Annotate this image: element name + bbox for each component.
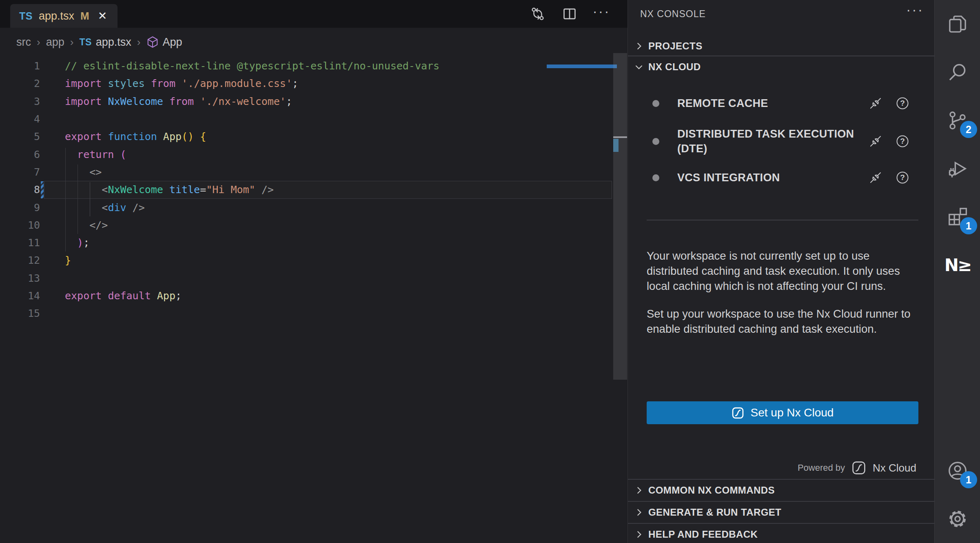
line-number[interactable]: 5 (0, 131, 40, 142)
code-text: return ( (65, 149, 126, 160)
section-nx-cloud[interactable]: NX CLOUD (628, 56, 934, 78)
connect-icon[interactable] (868, 170, 883, 185)
line-number[interactable]: 8 (0, 184, 40, 196)
breadcrumb-item-app-tsx[interactable]: TSapp.tsx (79, 36, 131, 49)
activity-explorer-icon[interactable] (935, 0, 980, 48)
line-number[interactable]: 9 (0, 202, 40, 214)
help-icon[interactable]: ? (895, 96, 910, 111)
nx-console-panel: NX CONSOLE ··· PROJECTS NX CLOUD REMOTE … (627, 0, 934, 543)
tab-app-tsx[interactable]: TS app.tsx M ✕ (10, 4, 118, 28)
code-line[interactable]: 5export function App() { (0, 128, 547, 145)
nx-cloud-logo-icon (851, 461, 866, 475)
split-editor-icon[interactable] (560, 4, 579, 24)
line-number[interactable]: 10 (0, 219, 40, 231)
git-modified-badge: M (80, 10, 89, 22)
chevron-right-icon (634, 41, 644, 51)
setup-nx-cloud-button[interactable]: Set up Nx Cloud (647, 401, 918, 424)
help-icon[interactable]: ? (895, 170, 910, 185)
connect-icon[interactable] (868, 134, 883, 149)
code-line[interactable]: 3import NxWelcome from './nx-welcome'; (0, 93, 547, 110)
line-number[interactable]: 4 (0, 113, 40, 125)
minimap-line (550, 76, 614, 78)
code-line[interactable]: 8 <NxWelcome title="Hi Mom" /> (0, 181, 547, 198)
panel-more-actions-icon[interactable]: ··· (906, 2, 924, 18)
line-number[interactable]: 13 (0, 272, 40, 284)
activity-account-icon[interactable]: 1 (935, 447, 980, 495)
code-text: </> (65, 219, 108, 231)
section-generate-run-target[interactable]: GENERATE & RUN TARGET (628, 501, 934, 523)
panel-title: NX CONSOLE (640, 9, 706, 20)
feature-label: DISTRIBUTED TASK EXECUTION (DTE) (677, 127, 866, 156)
editor-area: TS app.tsx M ✕ ··· src›app›TSap (0, 0, 627, 543)
description-paragraph: Set up your workspace to use the Nx Clou… (647, 306, 919, 336)
section-label: GENERATE & RUN TARGET (648, 507, 781, 518)
code-editor[interactable]: 1// eslint-disable-next-line @typescript… (0, 57, 547, 322)
line-number[interactable]: 12 (0, 254, 40, 266)
line-number[interactable]: 7 (0, 166, 40, 178)
more-actions-icon[interactable]: ··· (592, 4, 611, 24)
section-common-nx-commands[interactable]: COMMON NX COMMANDS (628, 479, 934, 501)
line-number[interactable]: 1 (0, 60, 40, 72)
status-dot (652, 100, 659, 107)
status-dot (652, 138, 659, 145)
breadcrumb: src›app›TSapp.tsx›App (16, 33, 182, 51)
code-line[interactable]: 1// eslint-disable-next-line @typescript… (0, 57, 547, 75)
code-line[interactable]: 14export default App; (0, 287, 547, 305)
activity-search-icon[interactable] (935, 48, 980, 96)
activity-nx-console-icon[interactable]: N≥ (935, 241, 980, 289)
code-line[interactable]: 9 <div /> (0, 198, 547, 216)
editor-scrollbar[interactable] (613, 53, 627, 380)
line-number[interactable]: 6 (0, 149, 40, 160)
activity-source-control-icon[interactable]: 2 (935, 96, 980, 145)
code-line[interactable]: 10 </> (0, 216, 547, 234)
breadcrumb-label: App (163, 36, 182, 49)
chevron-down-icon (634, 62, 644, 72)
section-help-and-feedback[interactable]: HELP AND FEEDBACK (628, 523, 934, 543)
code-line[interactable]: 6 return ( (0, 145, 547, 163)
connect-icon[interactable] (868, 96, 883, 111)
activity-run-debug-icon[interactable] (935, 145, 980, 193)
tab-label: app.tsx (39, 10, 74, 22)
open-changes-icon[interactable] (528, 4, 548, 24)
code-text: export function App() { (65, 131, 206, 142)
section-label: NX CLOUD (648, 61, 701, 73)
code-line[interactable]: 15 (0, 305, 547, 322)
help-icon[interactable]: ? (895, 134, 910, 149)
activity-extensions-icon[interactable]: 1 (935, 193, 980, 241)
editor-toolbar: ··· (528, 0, 611, 28)
panel-bottom-sections: COMMON NX COMMANDSGENERATE & RUN TARGETH… (628, 479, 934, 543)
section-label: COMMON NX COMMANDS (648, 485, 775, 496)
line-number[interactable]: 11 (0, 237, 40, 249)
description-paragraph: Your workspace is not currently set up t… (647, 248, 919, 294)
divider (647, 220, 918, 220)
minimap[interactable]: // eslint-disable-next-line @typescript-… (550, 55, 614, 78)
code-line[interactable]: 7 <> (0, 163, 547, 181)
code-line[interactable]: 13 (0, 269, 547, 287)
chevron-right-icon (634, 485, 644, 496)
code-text: ); (65, 237, 89, 249)
status-dot (652, 174, 659, 181)
activity-bar: 21N≥ 1 (934, 0, 980, 543)
scrollbar-modified-marker (613, 139, 619, 152)
section-projects[interactable]: PROJECTS (628, 37, 934, 56)
breadcrumb-item-app[interactable]: app (46, 36, 64, 49)
nx-cloud-brand-label: Nx Cloud (873, 462, 916, 474)
code-text: import styles from './app.module.css'; (65, 78, 298, 89)
breadcrumb-item-app[interactable]: App (146, 36, 182, 49)
code-line[interactable]: 11 ); (0, 234, 547, 251)
code-line[interactable]: 12} (0, 251, 547, 269)
badge-count: 1 (960, 217, 977, 234)
line-number[interactable]: 15 (0, 307, 40, 319)
line-number[interactable]: 3 (0, 96, 40, 107)
typescript-file-icon: TS (19, 10, 33, 22)
chevron-right-icon (634, 529, 644, 540)
breadcrumb-label: src (16, 36, 31, 49)
line-number[interactable]: 2 (0, 78, 40, 89)
breadcrumb-item-src[interactable]: src (16, 36, 31, 49)
close-icon[interactable]: ✕ (98, 9, 107, 22)
feature-row-vcs-integration: VCS INTEGRATION? (628, 168, 934, 187)
activity-settings-icon[interactable] (935, 495, 980, 543)
line-number[interactable]: 14 (0, 290, 40, 302)
code-line[interactable]: 4 (0, 110, 547, 128)
code-line[interactable]: 2import styles from './app.module.css'; (0, 75, 547, 92)
